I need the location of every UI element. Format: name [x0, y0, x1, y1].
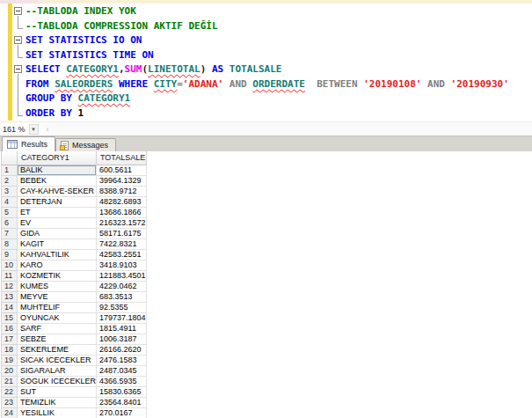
tab-messages[interactable]: Messages [55, 138, 116, 151]
cell-category1[interactable]: EV [18, 217, 97, 228]
cell-category1[interactable]: BALIK [18, 165, 97, 175]
column-header-totalsale[interactable]: TOTALSALE [97, 151, 147, 165]
cell-totalsale[interactable]: 2476.1583 [97, 355, 147, 365]
code-line-3[interactable]: SET STATISTICS IO ON [14, 33, 532, 48]
cell-category1[interactable]: KAHVALTILIK [18, 249, 97, 260]
cell-category1[interactable]: SIGARALAR [18, 365, 97, 376]
code-line-8[interactable]: ORDER BY 1 [14, 106, 532, 121]
cell-category1[interactable]: SEBZE [18, 334, 97, 344]
cell-category1[interactable]: OYUNCAK [18, 312, 97, 323]
row-number[interactable]: 5 [2, 207, 18, 217]
code-line-2[interactable]: --TABLODA COMPRESSION AKTIF DEĞİL [14, 19, 532, 34]
cell-totalsale[interactable]: 7422.8321 [97, 238, 147, 249]
cell-totalsale[interactable]: 4366.5935 [97, 376, 147, 386]
cell-category1[interactable]: SEKERLEME [18, 344, 97, 355]
cell-totalsale[interactable]: 42583.2551 [97, 249, 147, 260]
cell-totalsale[interactable]: 26166.2620 [97, 344, 147, 355]
row-number[interactable]: 4 [2, 196, 18, 207]
row-number[interactable]: 21 [2, 376, 18, 386]
row-number[interactable]: 20 [2, 365, 18, 376]
collapse-minus-icon[interactable] [14, 36, 22, 44]
code-line-7[interactable]: GROUP BY CATEGORY1 [14, 92, 532, 106]
code-line-1[interactable]: --TABLODA INDEX YOK [14, 4, 532, 19]
row-number[interactable]: 8 [2, 238, 18, 249]
row-number[interactable]: 2 [2, 175, 18, 186]
cell-totalsale[interactable]: 8388.9712 [97, 186, 147, 196]
cell-totalsale[interactable]: 121883.4501 [97, 270, 147, 281]
fold-collapse-icon[interactable] [14, 4, 26, 19]
cell-totalsale[interactable]: 15830.6365 [97, 386, 147, 397]
cell-category1[interactable]: KARO [18, 260, 97, 270]
row-number[interactable]: 9 [2, 249, 18, 260]
cell-category1[interactable]: SOGUK ICECEKLER [18, 376, 97, 386]
cell-category1[interactable]: TEMIZLIK [18, 397, 97, 407]
cell-totalsale[interactable]: 683.3513 [97, 291, 147, 302]
cell-category1[interactable]: SICAK ICECEKLER [18, 355, 97, 365]
code-line-4[interactable]: SET STATISTICS TIME ON [14, 48, 532, 63]
cell-totalsale[interactable]: 600.5611 [97, 165, 147, 175]
cell-category1[interactable]: MEYVE [18, 291, 97, 302]
messages-icon [61, 141, 69, 150]
cell-category1[interactable]: MUHTELIF [18, 302, 97, 312]
cell-totalsale[interactable]: 2487.0345 [97, 365, 147, 376]
row-number[interactable]: 15 [2, 312, 18, 323]
cell-totalsale[interactable]: 23564.8401 [97, 397, 147, 407]
scroll-left-icon[interactable]: ‹ [44, 123, 49, 136]
cell-totalsale[interactable]: 216323.1572 [97, 217, 147, 228]
table-row: 5ET13686.1866 [2, 207, 147, 217]
cell-category1[interactable]: DETERJAN [18, 196, 97, 207]
cell-category1[interactable]: SARF [18, 323, 97, 334]
cell-category1[interactable]: YESILLIK [18, 407, 97, 418]
cell-category1[interactable]: GIDA [18, 228, 97, 238]
row-number[interactable]: 22 [2, 386, 18, 397]
row-number[interactable]: 12 [2, 281, 18, 291]
row-number[interactable]: 24 [2, 407, 18, 418]
cell-category1[interactable]: BEBEK [18, 175, 97, 186]
row-number[interactable]: 7 [2, 228, 18, 238]
row-number[interactable]: 10 [2, 260, 18, 270]
fold-collapse-icon[interactable] [14, 62, 26, 77]
cell-category1[interactable]: SUT [18, 386, 97, 397]
cell-totalsale[interactable]: 39964.1329 [97, 175, 147, 186]
row-number[interactable]: 13 [2, 291, 18, 302]
code-line-5[interactable]: SELECT CATEGORY1,SUM(LINETOTAL) AS TOTAL… [14, 62, 532, 77]
cell-totalsale[interactable]: 1006.3187 [97, 334, 147, 344]
row-number[interactable]: 3 [2, 186, 18, 196]
row-number[interactable]: 19 [2, 355, 18, 365]
sql-editor[interactable]: --TABLODA INDEX YOK--TABLODA COMPRESSION… [0, 4, 532, 121]
cell-totalsale[interactable]: 48282.6893 [97, 196, 147, 207]
grid-corner-header[interactable] [2, 151, 18, 165]
cell-totalsale[interactable]: 179737.1804 [97, 312, 147, 323]
cell-category1[interactable]: CAY-KAHVE-SEKER [18, 186, 97, 196]
fold-collapse-icon[interactable] [14, 33, 26, 48]
row-number[interactable]: 16 [2, 323, 18, 334]
horizontal-scrollbar[interactable]: ‹ [44, 123, 532, 136]
row-number[interactable]: 23 [2, 397, 18, 407]
cell-totalsale[interactable]: 4229.0462 [97, 281, 147, 291]
cell-totalsale[interactable]: 1815.4911 [97, 323, 147, 334]
sql-token: AS [212, 63, 230, 75]
row-number[interactable]: 14 [2, 302, 18, 312]
cell-category1[interactable]: ET [18, 207, 97, 217]
tab-results[interactable]: Results [2, 136, 55, 151]
cell-category1[interactable]: KAGIT [18, 238, 97, 249]
row-number[interactable]: 17 [2, 334, 18, 344]
collapse-minus-icon[interactable] [14, 7, 22, 15]
collapse-minus-icon[interactable] [14, 65, 22, 73]
row-number[interactable]: 1 [2, 165, 18, 175]
chevron-down-icon[interactable]: ▼ [29, 124, 39, 135]
cell-category1[interactable]: KUMES [18, 281, 97, 291]
row-number[interactable]: 11 [2, 270, 18, 281]
cell-totalsale[interactable]: 3418.9103 [97, 260, 147, 270]
cell-totalsale[interactable]: 270.0167 [97, 407, 147, 418]
code-line-6[interactable]: FROM SALEORDERS WHERE CITY='ADANA' AND O… [14, 77, 532, 92]
cell-totalsale[interactable]: 92.5355 [97, 302, 147, 312]
cell-totalsale[interactable]: 58171.6175 [97, 228, 147, 238]
cell-totalsale[interactable]: 13686.1866 [97, 207, 147, 217]
row-number[interactable]: 18 [2, 344, 18, 355]
zoom-level-dropdown[interactable]: 161 % ▼ [1, 123, 40, 136]
column-header-category1[interactable]: CATEGORY1 [18, 151, 97, 165]
cell-category1[interactable]: KOZMETIK [18, 270, 97, 281]
row-number[interactable]: 6 [2, 217, 18, 228]
sql-token [223, 78, 230, 90]
